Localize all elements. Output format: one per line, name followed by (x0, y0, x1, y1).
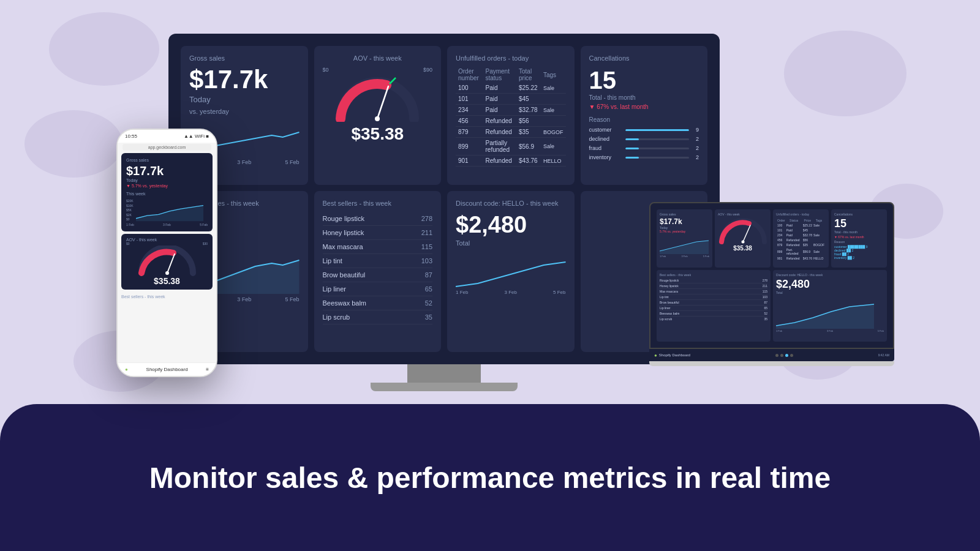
cancellations-title: Cancellations (589, 54, 699, 62)
laptop-mini-grid: Gross sales $17.7k Today 5.7% vs. yester… (657, 209, 887, 342)
laptop-aov-amount: $35.38 (718, 245, 767, 252)
dot-2 (780, 354, 783, 357)
col-order-number: Order number (456, 67, 483, 83)
laptop-discount: Discount code: HELLO - this week $2,480 … (773, 270, 887, 342)
laptop-time: 9:42 AM (878, 353, 889, 357)
gross-sales-period: Today (189, 95, 300, 104)
laptop-bottom-bar: ● Shopify Dashboard 9:42 AM (649, 349, 894, 361)
gross-sales-title: Gross sales (189, 54, 300, 62)
laptop-aov-title: AOV - this week (718, 212, 767, 216)
laptop-best-sellers: Best sellers - this week Rouge lipstick2… (657, 270, 771, 342)
mini-seller-beeswax: Beeswax balm52 (660, 311, 767, 317)
phone-gauge (137, 246, 198, 276)
mini-seller-rouge: Rouge lipstick278 (660, 278, 767, 283)
reason-declined: declined 2 (589, 136, 699, 142)
best-sellers-title: Best sellers - this week (323, 200, 433, 207)
cancel-trend: ▼ 67% vs. last month (589, 103, 699, 110)
col-total-price: Total price (516, 67, 541, 83)
phone-bottom-bar: ● Shopify Dashboard ≡ (118, 362, 216, 376)
svg-point-4 (165, 271, 169, 275)
order-row-101: 101Paid$45 (456, 94, 566, 105)
seller-lip-liner: Lip liner 65 (323, 282, 433, 296)
laptop-cancellations: Cancellations 15 Total - this month ▼ 67… (831, 209, 887, 268)
laptop-screen: Gross sales $17.7k Today 5.7% vs. yester… (649, 202, 894, 349)
reason-customer: customer 9 (589, 127, 699, 133)
dot-3 (785, 354, 788, 357)
phone-gross-sales-title: Gross sales (126, 158, 208, 162)
seller-beeswax-balm: Beeswax balm 52 (323, 296, 433, 310)
laptop-cancel-total: 15 (834, 217, 884, 230)
phone-url-bar: app.geckboard.com (123, 144, 211, 151)
dashboard-grid: Gross sales $17.7k Today vs. yesterday 1… (181, 46, 707, 352)
laptop-orders-table: Order Status Price Tags 100Paid$25.22Sal… (776, 217, 826, 261)
phone-this-week: This week (126, 192, 208, 196)
aov-max: $90 (423, 67, 432, 73)
phone-today: Today (126, 178, 208, 182)
svg-point-6 (741, 241, 744, 244)
seller-max-mascara: Max mascara 115 (323, 240, 433, 254)
best-sellers-card: Best sellers - this week Rouge lipstick … (314, 191, 442, 352)
discount-card: Discount code: HELLO - this week $2,480 … (447, 191, 575, 352)
orders-table: Order number Payment status Total price … (456, 67, 566, 167)
aov-card: AOV - this week $0 $90 (314, 46, 442, 185)
dot-4 (790, 354, 793, 357)
cancellations-card: Cancellations 15 Total - this month ▼ 67… (581, 46, 708, 185)
phone-chart-area: $20K $10K $5K $2K $0 (126, 198, 208, 222)
laptop-sellers-title: Best sellers - this week (660, 273, 767, 277)
laptop-nav-dots (775, 354, 793, 357)
laptop-discount-amount: $2,480 (776, 278, 884, 291)
seller-honey-lipstick: Honey lipstick 211 (323, 226, 433, 240)
gross-sales-amount: $17.7k (189, 67, 300, 92)
svg-line-3 (167, 254, 175, 273)
col-tags: Tags (541, 67, 566, 83)
svg-line-1 (377, 86, 388, 119)
aov-amount: $35.38 (351, 124, 404, 144)
laptop-reason-inventory: inventory ██ 2 (834, 256, 884, 260)
phone-time: 10:55 (125, 133, 137, 139)
laptop-chart (660, 236, 709, 254)
laptop-trend: 5.7% vs. yesterday (660, 230, 709, 233)
phone-footer-label: Shopify Dashboard (146, 367, 188, 372)
phone-aov-label: AOV - this week (126, 238, 208, 242)
mini-seller-max: Max mascara115 (660, 289, 767, 294)
laptop-unfulfilled-title: Unfulfilled orders - today (776, 212, 826, 216)
vs-yesterday: vs. yesterday (189, 108, 300, 115)
col-payment-status: Payment status (483, 67, 516, 83)
phone-url: app.geckboard.com (148, 145, 186, 149)
phone-trend: ▼ 5.7% vs. yesterday (126, 184, 208, 188)
laptop-cancel-label: Total - this month (834, 230, 884, 234)
svg-point-2 (375, 116, 380, 121)
laptop-footer-label: Shopify Dashboard (659, 353, 690, 357)
monitor-screen: Gross sales $17.7k Today vs. yesterday 1… (168, 34, 720, 364)
seller-lip-scrub: Lip scrub 35 (323, 310, 433, 324)
mini-seller-scrub: Lip scrub35 (660, 317, 767, 321)
aov-title: AOV - this week (353, 54, 402, 62)
order-row-899: 899Partially refunded$56.9Sale (456, 138, 566, 156)
unfulfilled-orders-card: Unfulfilled orders - today Order number … (447, 46, 575, 185)
phone-amount: $17.7k (126, 164, 208, 178)
mini-seller-liptint: Lip tint103 (660, 294, 767, 300)
phone-screen: 10:55 ▲▲ WiFi ■ app.geckboard.com Gross … (118, 130, 216, 362)
reason-inventory: inventory 2 (589, 154, 699, 160)
discount-label: Total (456, 239, 566, 247)
aov-min: $0 (323, 67, 329, 73)
order-row-100: 100Paid$25.22Sale (456, 83, 566, 94)
monitor-stand-base (371, 383, 518, 391)
phone-signal-icons: ▲▲ WiFi ■ (184, 133, 209, 139)
reason-title: Reason (589, 116, 699, 123)
cancel-total: 15 (589, 67, 699, 94)
laptop-gross-sales: Gross sales $17.7k Today 5.7% vs. yester… (657, 209, 712, 268)
bottom-section: Monitor sales & performance metrics in r… (0, 404, 980, 551)
order-row-234: 234Paid$32.78Sale (456, 105, 566, 116)
discount-title: Discount code: HELLO - this week (456, 200, 566, 207)
reason-fraud: fraud 2 (589, 145, 699, 151)
mini-seller-liner: Lip liner65 (660, 305, 767, 311)
mini-seller-honey: Honey lipstick211 (660, 283, 767, 289)
phone-aov-amount: $35.38 (126, 276, 208, 286)
seller-brow-beautiful: Brow beautiful 87 (323, 268, 433, 282)
phone-chart-svg (136, 198, 203, 222)
unfulfilled-title: Unfulfilled orders - today (456, 54, 566, 62)
desktop-monitor: Gross sales $17.7k Today vs. yesterday 1… (168, 34, 720, 391)
order-row-456: 456Refunded$56 (456, 116, 566, 127)
mobile-phone: 10:55 ▲▲ WiFi ■ app.geckboard.com Gross … (116, 129, 217, 377)
